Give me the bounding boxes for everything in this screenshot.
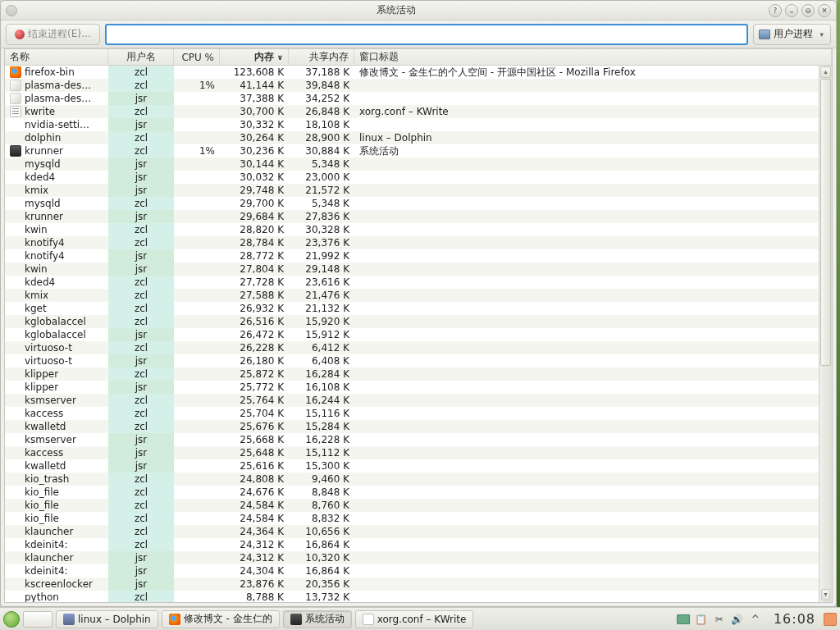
scissors-icon[interactable]: ✂ [713, 613, 726, 626]
table-row[interactable]: kscreenlockerjsr23,876 K20,356 K [5, 578, 819, 591]
cell-window-title [354, 92, 819, 105]
plasma-icon [10, 93, 21, 104]
table-row[interactable]: kmixjsr29,748 K21,572 K [5, 184, 819, 197]
cell-window-title [354, 538, 819, 551]
cell-name: kwin [5, 223, 108, 236]
clock[interactable]: 16:08 [769, 611, 820, 627]
end-process-button[interactable]: 结束进程(E)… [6, 24, 100, 45]
cell-user: zcl [108, 341, 174, 354]
cell-name: kded4 [5, 276, 108, 289]
column-shared-memory[interactable]: 共享内存 [289, 49, 354, 65]
table-row[interactable]: klauncherjsr24,312 K10,320 K [5, 551, 819, 564]
cell-memory: 24,584 K [220, 499, 289, 512]
monitor-icon[interactable] [677, 613, 690, 626]
table-row[interactable]: mysqldzcl29,700 K5,348 K [5, 197, 819, 210]
table-row[interactable]: virtuoso-tzcl26,228 K6,412 K [5, 341, 819, 354]
column-memory[interactable]: 内存∨ [220, 49, 289, 65]
table-row[interactable]: nvidia-setti…jsr30,332 K18,108 K [5, 118, 819, 131]
table-row[interactable]: kio_filezcl24,676 K8,848 K [5, 486, 819, 499]
column-name[interactable]: 名称 [5, 49, 108, 65]
clipboard-icon[interactable]: 📋 [695, 613, 708, 626]
process-name: kglobalaccel [25, 329, 86, 340]
table-row[interactable]: krunnerjsr29,684 K27,836 K [5, 210, 819, 223]
table-row[interactable]: dolphinzcl30,264 K28,900 Klinux – Dolphi… [5, 131, 819, 144]
process-name: kmix [25, 185, 48, 196]
scroll-down-button[interactable]: ▾ [821, 589, 830, 600]
wallpaper-edge [837, 0, 840, 607]
cell-name: kwalletd [5, 459, 108, 472]
table-row[interactable]: kio_filezcl24,584 K8,760 K [5, 499, 819, 512]
column-window-title[interactable]: 窗口标题 [354, 49, 832, 65]
window-menu-icon[interactable] [6, 5, 17, 16]
table-row[interactable]: ksmserverzcl25,764 K16,244 K [5, 394, 819, 407]
table-row[interactable]: kmixzcl27,588 K21,476 K [5, 289, 819, 302]
help-button[interactable]: ? [769, 4, 782, 17]
column-user[interactable]: 用户名 [108, 49, 174, 65]
cell-user: zcl [108, 499, 174, 512]
scroll-thumb[interactable] [820, 79, 831, 366]
table-row[interactable]: klipperjsr25,772 K16,108 K [5, 381, 819, 394]
search-input[interactable] [105, 24, 749, 45]
table-row[interactable]: virtuoso-tjsr26,180 K6,408 K [5, 354, 819, 368]
task-firefox[interactable]: 修改博文 - 金生仁的 [162, 610, 280, 628]
task-label: linux – Dolphin [78, 614, 151, 625]
column-cpu[interactable]: CPU % [174, 49, 220, 65]
cell-memory: 24,312 K [220, 538, 289, 551]
cell-shared-memory: 23,376 K [289, 236, 354, 249]
table-row[interactable]: klipperzcl25,872 K16,284 K [5, 368, 819, 381]
minimize-button[interactable]: ⌄ [785, 4, 798, 17]
table-row[interactable]: kwinzcl28,820 K30,328 K [5, 223, 819, 236]
table-row[interactable]: ksmserverjsr25,668 K16,228 K [5, 433, 819, 446]
cell-name: kio_file [5, 512, 108, 525]
maximize-button[interactable]: ⊖ [801, 4, 815, 17]
table-row[interactable]: kglobalacceljsr26,472 K15,912 K [5, 328, 819, 341]
cell-shared-memory: 18,108 K [289, 118, 354, 131]
table-row[interactable]: kwinjsr27,804 K29,148 K [5, 262, 819, 276]
table-row[interactable]: kwalletdzcl25,676 K15,284 K [5, 420, 819, 433]
task-dolphin[interactable]: linux – Dolphin [56, 610, 158, 628]
app-launcher-icon[interactable] [3, 611, 20, 628]
volume-icon[interactable]: 🔊 [731, 613, 744, 626]
table-row[interactable]: kaccessjsr25,648 K15,112 K [5, 446, 819, 459]
table-row[interactable]: kded4jsr30,032 K23,000 K [5, 171, 819, 184]
cell-window-title [354, 551, 819, 564]
table-row[interactable]: kded4zcl27,728 K23,616 K [5, 276, 819, 289]
table-row[interactable]: mysqldjsr30,144 K5,348 K [5, 158, 819, 171]
cell-user: zcl [108, 302, 174, 315]
table-row[interactable]: kdeinit4:jsr24,304 K16,864 K [5, 564, 819, 578]
table-row[interactable]: kglobalaccelzcl26,516 K15,920 K [5, 315, 819, 328]
table-row[interactable]: firefox-binzcl123,608 K37,188 K修改博文 - 金生… [5, 66, 819, 79]
table-row[interactable]: kaccesszcl25,704 K15,116 K [5, 407, 819, 420]
table-row[interactable]: knotify4zcl28,784 K23,376 K [5, 236, 819, 249]
table-row[interactable]: plasma-des…jsr37,388 K34,252 K [5, 92, 819, 105]
show-desktop-button[interactable] [824, 613, 837, 626]
cell-cpu [174, 551, 220, 564]
cell-window-title [354, 578, 819, 591]
table-row[interactable]: kio_trashzcl24,808 K9,460 K [5, 472, 819, 486]
cell-user: zcl [108, 105, 174, 118]
cell-user: jsr [108, 354, 174, 368]
cell-window-title [354, 486, 819, 499]
tray-expand-icon[interactable]: ^ [749, 613, 762, 626]
table-row[interactable]: pythonzcl8,788 K13,732 K [5, 591, 819, 602]
task-kwrite[interactable]: xorg.conf – KWrite [355, 610, 474, 628]
desktop-pager[interactable] [23, 611, 52, 628]
table-row[interactable]: kwalletdjsr25,616 K15,300 K [5, 459, 819, 472]
table-row[interactable]: kdeinit4:zcl24,312 K16,864 K [5, 538, 819, 551]
vertical-scrollbar[interactable]: ▴ ▾ [819, 66, 832, 602]
table-row[interactable]: plasma-des…zcl1%41,144 K39,848 K [5, 79, 819, 92]
process-filter-button[interactable]: 用户进程 ▾ [753, 24, 831, 45]
task-krunner[interactable]: 系统活动 [283, 610, 352, 628]
titlebar[interactable]: 系统活动 ? ⌄ ⊖ ✕ [1, 1, 836, 21]
table-row[interactable]: kgetzcl26,932 K21,132 K [5, 302, 819, 315]
cell-user: zcl [108, 197, 174, 210]
cell-window-title [354, 223, 819, 236]
cell-shared-memory: 16,228 K [289, 433, 354, 446]
table-row[interactable]: krunnerzcl1%30,236 K30,884 K系统活动 [5, 144, 819, 158]
table-row[interactable]: knotify4jsr28,772 K21,992 K [5, 249, 819, 262]
table-row[interactable]: kio_filezcl24,584 K8,832 K [5, 512, 819, 525]
table-row[interactable]: kwritezcl30,700 K26,848 Kxorg.conf – KWr… [5, 105, 819, 118]
table-row[interactable]: klauncherzcl24,364 K10,656 K [5, 525, 819, 538]
scroll-up-button[interactable]: ▴ [820, 66, 831, 78]
close-button[interactable]: ✕ [818, 4, 831, 17]
